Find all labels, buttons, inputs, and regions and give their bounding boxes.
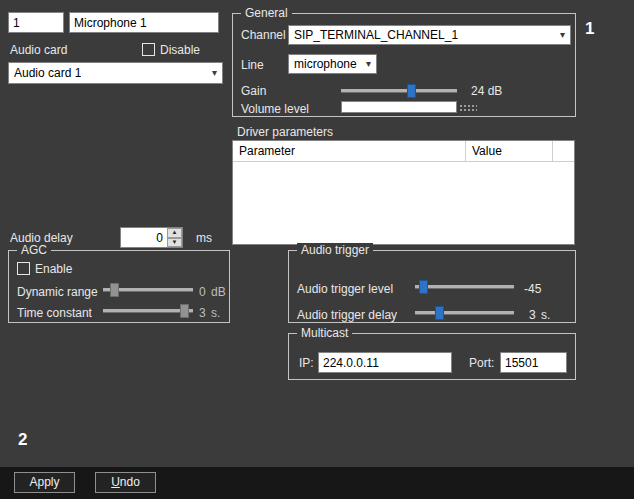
audio-delay-unit: ms — [196, 231, 212, 245]
audio-settings-panel: Audio card Disable Audio card 1 ▾ Genera… — [0, 0, 634, 499]
line-select[interactable]: microphone ▾ — [288, 54, 377, 74]
audio-trigger-groupbox: Audio trigger Audio trigger level -45 Au… — [288, 250, 576, 323]
audio-trigger-level-slider[interactable] — [415, 279, 514, 295]
audio-trigger-delay-label: Audio trigger delay — [297, 308, 397, 322]
time-constant-unit: s. — [211, 306, 220, 320]
channel-select-value: SIP_TERMINAL_CHANNEL_1 — [294, 28, 458, 42]
time-constant-label: Time constant — [17, 306, 92, 320]
audio-card-select[interactable]: Audio card 1 ▾ — [8, 62, 223, 84]
audio-trigger-level-slider-handle[interactable] — [419, 280, 428, 294]
line-select-value: microphone — [294, 57, 357, 71]
disable-label: Disable — [160, 43, 200, 57]
gain-label: Gain — [241, 84, 266, 98]
audio-delay-spinbox[interactable]: ▲ ▼ — [120, 227, 183, 248]
volume-level-meter — [341, 101, 457, 113]
apply-button[interactable]: Apply — [14, 472, 75, 493]
undo-button[interactable]: Undo — [95, 472, 156, 493]
driver-parameters-label: Driver parameters — [237, 125, 333, 139]
multicast-port-input[interactable] — [500, 352, 567, 373]
volume-level-label: Volume level — [241, 102, 309, 116]
time-constant-slider-handle[interactable] — [180, 304, 189, 318]
channel-select[interactable]: SIP_TERMINAL_CHANNEL_1 ▾ — [288, 25, 571, 45]
driver-parameters-header: Parameter Value — [233, 141, 574, 162]
channel-number-field[interactable] — [8, 12, 64, 33]
audio-card-label: Audio card — [10, 43, 67, 57]
dynamic-range-label: Dynamic range — [17, 285, 98, 299]
chevron-down-icon: ▾ — [560, 30, 565, 40]
multicast-ip-input[interactable] — [318, 352, 452, 373]
audio-trigger-group-title: Audio trigger — [297, 243, 373, 257]
callout-2: 2 — [18, 431, 27, 449]
general-groupbox: General Channel SIP_TERMINAL_CHANNEL_1 ▾… — [232, 13, 576, 117]
driver-parameters-table[interactable]: Parameter Value — [232, 140, 575, 245]
callout-1: 1 — [585, 20, 594, 38]
volume-meter-dots — [459, 104, 477, 112]
audio-card-select-value: Audio card 1 — [14, 66, 81, 80]
multicast-groupbox: Multicast IP: Port: — [288, 333, 576, 380]
multicast-port-label: Port: — [469, 356, 494, 370]
audio-trigger-level-value: -45 — [524, 282, 541, 296]
audio-trigger-level-label: Audio trigger level — [297, 282, 393, 296]
column-header-spacer — [552, 141, 574, 161]
agc-groupbox: AGC Enable Dynamic range 0 dB Time const… — [8, 250, 230, 323]
time-constant-value: 3 — [199, 306, 206, 320]
agc-enable-checkbox[interactable] — [17, 262, 30, 275]
chevron-down-icon: ▾ — [212, 68, 217, 78]
gain-slider[interactable] — [341, 83, 457, 99]
chevron-down-icon: ▾ — [366, 59, 371, 69]
multicast-group-title: Multicast — [297, 326, 352, 340]
gain-value: 24 dB — [471, 84, 502, 98]
audio-trigger-delay-unit: s. — [541, 308, 550, 322]
audio-trigger-delay-slider-handle[interactable] — [435, 306, 444, 320]
audio-delay-spinner: ▲ ▼ — [167, 228, 182, 247]
time-constant-slider[interactable] — [103, 303, 193, 319]
dynamic-range-slider-handle[interactable] — [110, 283, 119, 297]
dynamic-range-value: 0 — [199, 285, 206, 299]
footer-bar: Apply Undo — [0, 467, 634, 499]
multicast-ip-label: IP: — [299, 356, 314, 370]
line-label: Line — [241, 58, 264, 72]
audio-trigger-delay-slider[interactable] — [415, 305, 514, 321]
gain-slider-track — [341, 89, 457, 93]
dynamic-range-unit: dB — [211, 285, 226, 299]
spin-up-icon[interactable]: ▲ — [167, 228, 182, 238]
dynamic-range-slider[interactable] — [103, 282, 193, 298]
audio-trigger-level-slider-track — [415, 285, 514, 289]
agc-enable-label: Enable — [35, 262, 72, 276]
audio-trigger-delay-value: 3 — [529, 308, 536, 322]
general-group-title: General — [241, 6, 292, 20]
column-header-value: Value — [465, 141, 552, 161]
agc-group-title: AGC — [17, 243, 51, 257]
audio-trigger-delay-slider-track — [415, 311, 514, 315]
disable-checkbox[interactable] — [142, 43, 155, 56]
object-name-field[interactable] — [69, 12, 219, 33]
channel-label: Channel — [241, 28, 286, 42]
driver-parameters-body[interactable] — [233, 162, 574, 244]
spin-down-icon[interactable]: ▼ — [167, 238, 182, 248]
column-header-parameter: Parameter — [233, 141, 465, 161]
gain-slider-handle[interactable] — [407, 84, 416, 98]
